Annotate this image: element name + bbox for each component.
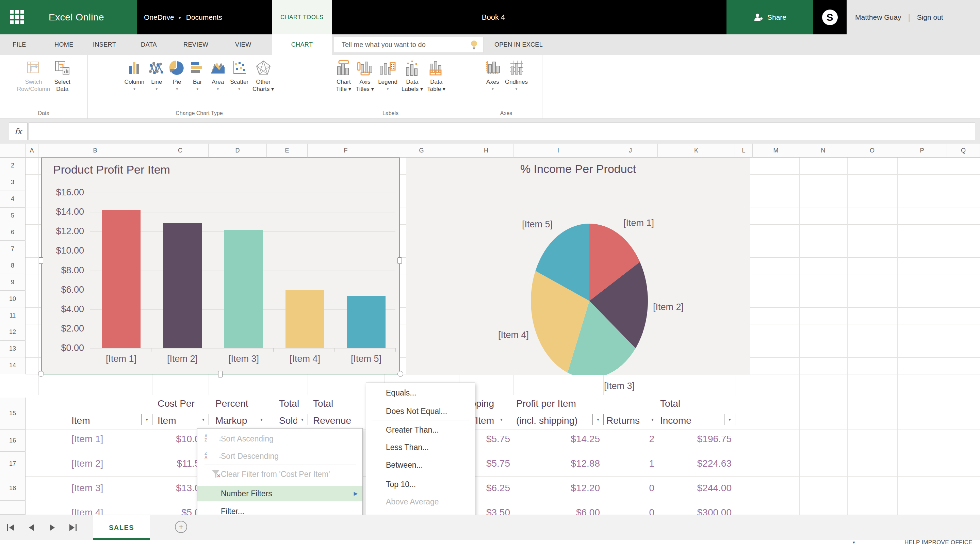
row-header-16[interactable]: 16	[0, 430, 25, 452]
ribbon-item-column[interactable]: Column▾	[123, 60, 147, 118]
column-header-G[interactable]: G	[384, 143, 459, 158]
chart-selection-handle[interactable]	[398, 371, 403, 377]
submenu-item-does-not-equal[interactable]: Does Not Equal...	[366, 403, 475, 419]
add-sheet-button[interactable]: +	[175, 521, 187, 533]
row-header-6[interactable]: 6	[0, 224, 25, 241]
row-header-4[interactable]: 4	[0, 191, 25, 208]
filter-button-returns[interactable]: ▾	[647, 414, 658, 425]
row-header-partial[interactable]	[0, 501, 25, 515]
column-header-F[interactable]: F	[308, 143, 384, 158]
filter-button-percent_markup[interactable]: ▾	[256, 414, 267, 425]
help-improve-office-link[interactable]: HELP IMPROVE OFFICE	[904, 539, 972, 546]
column-header-A[interactable]: A	[25, 143, 38, 158]
column-header-L[interactable]: L	[735, 143, 753, 158]
table-cell-total_income[interactable]: $196.75	[630, 433, 732, 444]
table-cell-item[interactable]: [Item 1]	[72, 433, 103, 444]
ribbon-item-area[interactable]: Area▾	[208, 60, 228, 118]
row-header-14[interactable]: 14	[0, 357, 25, 374]
user-name[interactable]: Matthew Guay	[855, 13, 901, 21]
row-header-2[interactable]: 2	[0, 158, 25, 174]
submenu-item-greater-than[interactable]: Greater Than...	[366, 422, 475, 438]
ribbon-item-bar[interactable]: Bar▾	[187, 60, 208, 118]
row-header-15[interactable]: 15	[0, 398, 25, 430]
bar-chart[interactable]: Product Profit Per Item$16.00$14.00$12.0…	[41, 158, 400, 374]
table-cell-cost_per_item[interactable]: $11.50	[103, 458, 205, 469]
ribbon-item-legend[interactable]: Legend▾	[376, 60, 399, 118]
filter-button-shipping_cost_per_item[interactable]: ▾	[496, 414, 507, 425]
menu-tab-file[interactable]: FILE	[13, 34, 26, 55]
column-header-C[interactable]: C	[152, 143, 208, 158]
column-header-E[interactable]: E	[267, 143, 308, 158]
row-header-8[interactable]: 8	[0, 257, 25, 274]
table-cell-item[interactable]: [Item 2]	[72, 458, 103, 469]
ribbon-item-switch-row-column[interactable]: SwitchRow/Column	[15, 60, 52, 118]
ribbon-item-other-charts[interactable]: OtherCharts ▾	[250, 60, 276, 118]
chart-selection-handle[interactable]	[398, 257, 402, 264]
column-header-P[interactable]: P	[897, 143, 947, 158]
row-header-11[interactable]: 11	[0, 307, 25, 324]
previous-sheet-button[interactable]	[27, 524, 36, 532]
column-header-O[interactable]: O	[847, 143, 897, 158]
column-header-K[interactable]: K	[658, 143, 735, 158]
column-header-B[interactable]: B	[38, 143, 152, 158]
row-header-9[interactable]: 9	[0, 274, 25, 291]
breadcrumb-onedrive[interactable]: OneDrive	[144, 13, 174, 21]
chart-selection-handle[interactable]	[38, 371, 44, 377]
menu-tab-view[interactable]: VIEW	[235, 34, 251, 55]
app-launcher-waffle-icon[interactable]	[10, 10, 24, 24]
column-header-Q[interactable]: Q	[947, 143, 980, 158]
column-header-H[interactable]: H	[459, 143, 514, 158]
ribbon-item-axes[interactable]: Axes▾	[482, 60, 503, 118]
filter-button-profit_per_item[interactable]: ▾	[592, 414, 604, 425]
open-in-excel-button[interactable]: OPEN IN EXCEL	[495, 34, 543, 55]
ribbon-item-gridlines[interactable]: Gridlines▾	[503, 60, 530, 118]
ribbon-item-scatter[interactable]: Scatter▾	[228, 60, 250, 118]
row-header-17[interactable]: 17	[0, 452, 25, 476]
next-sheet-button[interactable]	[48, 524, 56, 532]
submenu-item-less-than[interactable]: Less Than...	[366, 440, 475, 455]
ribbon-item-chart-title[interactable]: ChartTitle ▾	[334, 60, 354, 118]
submenu-item-between[interactable]: Between...	[366, 457, 475, 473]
row-header-5[interactable]: 5	[0, 208, 25, 224]
chart-selection-handle[interactable]	[39, 257, 43, 264]
row-header-12[interactable]: 12	[0, 324, 25, 341]
bar-item-4[interactable]	[285, 290, 324, 348]
sign-out-link[interactable]: Sign out	[917, 13, 943, 21]
bar-item-3[interactable]	[224, 230, 263, 348]
ribbon-item-select-data[interactable]: SelectData	[52, 60, 73, 118]
table-cell-cost_per_item[interactable]: $10.00	[103, 433, 205, 444]
filter-button-cost_per_item[interactable]: ▾	[198, 414, 209, 425]
tell-me-box[interactable]: Tell me what you want to do	[334, 37, 484, 53]
share-button[interactable]: Share	[727, 0, 813, 34]
menu-tab-insert[interactable]: INSERT	[93, 34, 116, 55]
breadcrumb-documents[interactable]: Documents	[186, 13, 222, 21]
first-sheet-button[interactable]	[7, 524, 16, 532]
status-caret-icon[interactable]: ▾	[853, 540, 855, 545]
filter-button-total_income[interactable]: ▾	[724, 414, 735, 425]
row-header-18[interactable]: 18	[0, 476, 25, 501]
bar-item-5[interactable]	[347, 296, 385, 348]
row-header-10[interactable]: 10	[0, 291, 25, 307]
table-cell-total_income[interactable]: $244.00	[630, 483, 732, 494]
row-header-13[interactable]: 13	[0, 341, 25, 357]
submenu-item-top-10[interactable]: Top 10...	[366, 476, 475, 492]
submenu-item-equals[interactable]: Equals...	[366, 385, 475, 401]
tab-chart[interactable]: CHART	[272, 34, 332, 55]
ribbon-item-data-table[interactable]: DataTable ▾	[425, 60, 447, 118]
table-cell-cost_per_item[interactable]: $13.00	[103, 483, 205, 494]
menu-tab-review[interactable]: REVIEW	[183, 34, 208, 55]
bar-item-2[interactable]	[163, 223, 202, 348]
column-header-N[interactable]: N	[799, 143, 847, 158]
ribbon-item-pie[interactable]: Pie▾	[167, 60, 187, 118]
ribbon-item-data-labels[interactable]: DataLabels ▾	[399, 60, 425, 118]
row-header-7[interactable]: 7	[0, 241, 25, 258]
chart-tools-contextual-tab[interactable]: CHART TOOLS	[272, 0, 332, 34]
skype-button[interactable]: S	[813, 0, 846, 34]
formula-input[interactable]	[29, 123, 975, 140]
menu-tab-home[interactable]: HOME	[54, 34, 73, 55]
column-header-M[interactable]: M	[753, 143, 799, 158]
column-header-D[interactable]: D	[208, 143, 267, 158]
document-title[interactable]: Book 4	[453, 0, 534, 34]
table-cell-item[interactable]: [Item 3]	[72, 483, 103, 494]
bar-item-1[interactable]	[102, 210, 140, 348]
